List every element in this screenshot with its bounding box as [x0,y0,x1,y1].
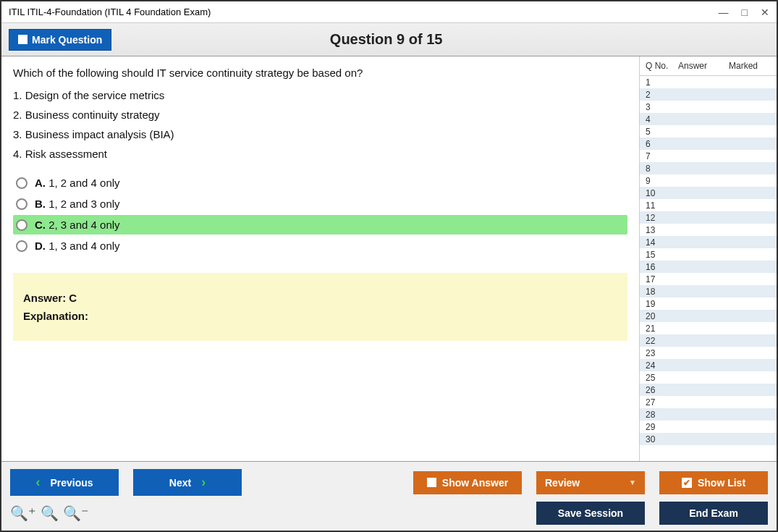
header-marked: Marked [729,61,771,71]
window-title: ITIL ITIL-4-Foundation (ITIL 4 Foundatio… [9,7,211,17]
option-d[interactable]: D. 1, 3 and 4 only [13,236,627,256]
sidebar-row[interactable]: 19 [640,297,777,310]
sidebar-row[interactable]: 22 [640,334,777,347]
sidebar-row[interactable]: 10 [640,187,777,199]
question-counter: Question 9 of 15 [111,31,661,48]
zoom-out-icon[interactable]: 🔍⁻ [63,504,89,522]
zoom-controls: 🔍⁺ 🔍 🔍⁻ [10,504,89,522]
radio-icon [16,198,28,210]
radio-icon [16,240,28,252]
window-controls: — □ ✕ [719,7,769,18]
question-item-4: 4. Risk assessment [13,148,627,160]
next-button[interactable]: Next [133,469,242,496]
sidebar-row[interactable]: 17 [640,273,777,285]
sidebar-row[interactable]: 23 [640,347,777,359]
footer: Previous Next Show Answer Review ▼ ✔ Sho… [1,462,777,531]
review-button[interactable]: Review ▼ [536,471,645,494]
explanation-label: Explanation: [23,310,617,322]
question-list-panel: Q No. Answer Marked 12345678910111213141… [639,56,777,461]
checkbox-icon [427,478,436,487]
option-b[interactable]: B. 1, 2 and 3 only [13,194,627,214]
option-c[interactable]: C. 2, 3 and 4 only [13,215,627,235]
header-qno: Q No. [646,61,678,71]
mark-label: Mark Question [32,34,102,46]
sidebar-row[interactable]: 3 [640,101,777,113]
mark-checkbox-icon [18,35,28,44]
sidebar-row[interactable]: 11 [640,199,777,211]
sidebar-row[interactable]: 13 [640,224,777,236]
body: Which of the following should IT service… [1,56,777,462]
mark-question-button[interactable]: Mark Question [9,29,111,51]
question-item-1: 1. Design of the service metrics [13,89,627,101]
header-answer: Answer [678,61,729,71]
question-area: Which of the following should IT service… [1,56,639,461]
option-d-label: D. 1, 3 and 4 only [35,240,120,252]
sidebar-row[interactable]: 18 [640,285,777,297]
answer-label: Answer: C [23,292,617,304]
sidebar-row[interactable]: 25 [640,371,777,384]
sidebar-row[interactable]: 5 [640,125,777,138]
maximize-icon[interactable]: □ [742,7,748,18]
sidebar-row[interactable]: 12 [640,211,777,224]
checkbox-checked-icon: ✔ [682,478,692,488]
option-a-label: A. 1, 2 and 4 only [35,177,120,189]
option-b-label: B. 1, 2 and 3 only [35,198,120,210]
sidebar-row[interactable]: 2 [640,88,777,101]
sidebar-row[interactable]: 21 [640,322,777,334]
answer-box: Answer: C Explanation: [13,273,627,341]
show-answer-button[interactable]: Show Answer [413,471,522,494]
end-exam-button[interactable]: End Exam [659,502,768,525]
sidebar-row[interactable]: 16 [640,261,777,273]
zoom-reset-icon[interactable]: 🔍⁺ [10,504,36,522]
close-icon[interactable]: ✕ [761,7,769,18]
question-item-3: 3. Business impact analysis (BIA) [13,128,627,140]
radio-icon [16,219,28,231]
toolbar: Mark Question Question 9 of 15 [1,23,777,56]
question-text: Which of the following should IT service… [13,67,627,79]
question-item-2: 2. Business continuity strategy [13,109,627,121]
sidebar-row[interactable]: 24 [640,359,777,371]
sidebar-row[interactable]: 8 [640,162,777,174]
sidebar-row[interactable]: 6 [640,138,777,150]
footer-row-1: Previous Next Show Answer Review ▼ ✔ Sho… [10,469,768,496]
sidebar-row[interactable]: 26 [640,384,777,396]
radio-icon [16,177,28,189]
sidebar-row[interactable]: 14 [640,236,777,248]
save-session-button[interactable]: Save Session [536,502,645,525]
option-a[interactable]: A. 1, 2 and 4 only [13,173,627,193]
previous-button[interactable]: Previous [10,469,119,496]
sidebar-row[interactable]: 30 [640,433,777,445]
zoom-in-icon[interactable]: 🔍 [41,504,59,522]
footer-row-2: 🔍⁺ 🔍 🔍⁻ Save Session End Exam [10,502,768,525]
sidebar-row[interactable]: 4 [640,113,777,125]
sidebar-row[interactable]: 27 [640,396,777,408]
sidebar-rows[interactable]: 1234567891011121314151617181920212223242… [640,76,777,461]
caret-down-icon: ▼ [629,478,636,486]
option-c-label: C. 2, 3 and 4 only [35,219,120,231]
show-list-button[interactable]: ✔ Show List [659,471,768,494]
sidebar-row[interactable]: 1 [640,76,777,88]
title-bar: ITIL ITIL-4-Foundation (ITIL 4 Foundatio… [1,1,777,23]
sidebar-row[interactable]: 20 [640,310,777,322]
app-window: ITIL ITIL-4-Foundation (ITIL 4 Foundatio… [0,0,778,532]
sidebar-row[interactable]: 15 [640,248,777,261]
sidebar-row[interactable]: 7 [640,150,777,162]
sidebar-row[interactable]: 28 [640,408,777,421]
sidebar-row[interactable]: 9 [640,174,777,187]
minimize-icon[interactable]: — [719,7,729,18]
sidebar-header: Q No. Answer Marked [640,56,777,76]
sidebar-row[interactable]: 29 [640,421,777,433]
options-group: A. 1, 2 and 4 only B. 1, 2 and 3 only C.… [13,173,627,256]
